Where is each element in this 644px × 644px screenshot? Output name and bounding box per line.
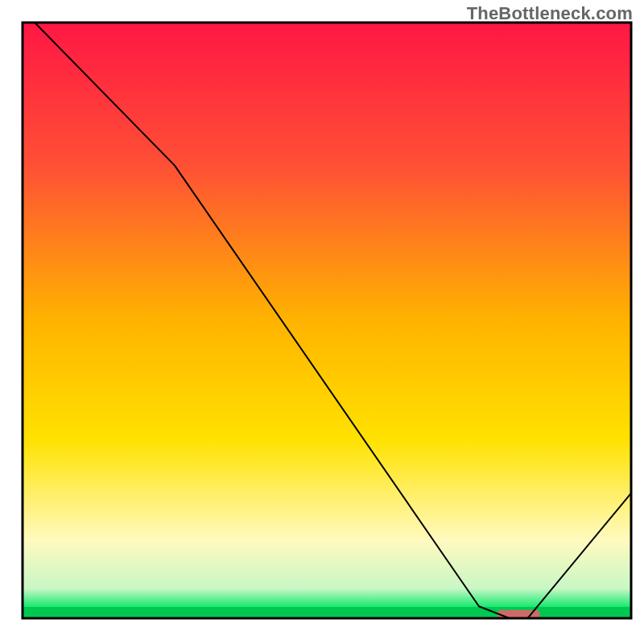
chart-frame: TheBottleneck.com: [0, 0, 644, 644]
plot-background: [23, 23, 631, 618]
bottleneck-chart: [0, 0, 644, 644]
watermark-label: TheBottleneck.com: [467, 3, 633, 24]
green-base-strip: [23, 607, 631, 618]
